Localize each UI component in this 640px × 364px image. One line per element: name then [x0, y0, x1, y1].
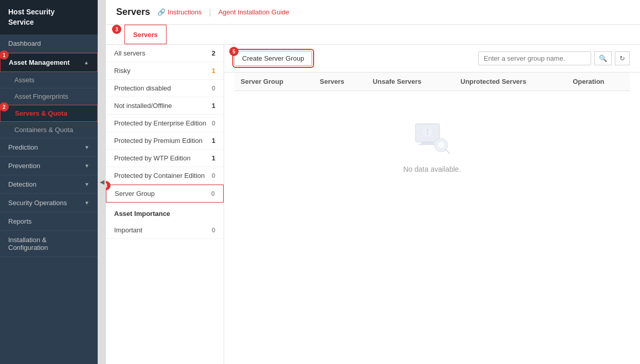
- svg-line-8: [445, 150, 449, 154]
- sidebar-item-installation[interactable]: Installation & Configuration: [0, 231, 98, 257]
- stats-value: 0: [212, 172, 215, 179]
- stats-label: Protected by WTP Edition: [114, 154, 191, 162]
- sidebar-item-asset-fingerprints[interactable]: Asset Fingerprints: [0, 88, 98, 105]
- tab-label: Servers: [133, 31, 158, 39]
- annotation-2: 2: [0, 102, 9, 112]
- svg-point-5: [427, 133, 428, 135]
- sidebar-item-reports[interactable]: Reports: [0, 212, 98, 231]
- col-servers: Servers: [314, 72, 367, 91]
- agent-installation-link[interactable]: Agent Installation Guide: [218, 8, 289, 16]
- page-header: Servers 🔗 Instructions | Agent Installat…: [106, 0, 640, 25]
- stats-row-protected-premium[interactable]: Protected by Premium Edition 1: [106, 132, 224, 150]
- server-group-table: Server Group Servers Unsafe Servers Unpr…: [234, 72, 630, 204]
- stats-panel: All servers 2 Risky 1 Protection disable…: [106, 45, 224, 364]
- page-title: Servers: [116, 7, 150, 17]
- instructions-label[interactable]: Instructions: [168, 8, 202, 16]
- annotation-1: 1: [0, 50, 9, 60]
- stats-row-server-group[interactable]: 4 Server Group 0: [106, 185, 224, 203]
- stats-label: Important: [114, 226, 142, 234]
- tab-servers[interactable]: Servers: [124, 25, 167, 44]
- stats-value: 2: [212, 49, 215, 57]
- stats-label: All servers: [114, 49, 145, 57]
- col-server-group: Server Group: [234, 72, 314, 91]
- chevron-down-icon: ▼: [84, 200, 89, 206]
- empty-state-icon: [412, 122, 453, 158]
- content-toolbar: 5 Create Server Group 🔍 ↻: [224, 45, 640, 72]
- chevron-down-icon: ▲: [84, 60, 89, 65]
- sidebar-sub-label: Assets: [14, 76, 34, 84]
- stats-row-not-installed[interactable]: Not installed/Offline 1: [106, 97, 224, 115]
- stats-label: Protected by Enterprise Edition: [114, 119, 206, 127]
- search-button[interactable]: 🔍: [594, 51, 612, 65]
- svg-point-7: [437, 141, 445, 149]
- sidebar-collapse-handle[interactable]: ◀: [98, 0, 106, 364]
- stats-row-important[interactable]: Important 0: [106, 222, 224, 239]
- stats-value: 1: [212, 137, 215, 144]
- stats-value: 0: [211, 190, 215, 197]
- link-icon: 🔗: [157, 8, 166, 16]
- annotation-5: 5: [229, 47, 239, 56]
- col-unsafe-servers: Unsafe Servers: [367, 72, 454, 91]
- sidebar-item-label: Prevention: [8, 162, 40, 170]
- stats-value: 1: [212, 102, 215, 110]
- sidebar-item-detection[interactable]: Detection ▼: [0, 175, 98, 194]
- main-content: Servers 🔗 Instructions | Agent Installat…: [106, 0, 640, 364]
- sidebar-item-assets[interactable]: Assets: [0, 72, 98, 88]
- sidebar-logo: Host Security Service: [0, 0, 98, 34]
- col-unprotected-servers: Unprotected Servers: [454, 72, 566, 91]
- chevron-down-icon: ▼: [84, 163, 89, 169]
- stats-value: 0: [212, 119, 215, 127]
- sidebar-item-label: Detection: [8, 180, 36, 188]
- stats-row-protected-wtp[interactable]: Protected by WTP Edition 1: [106, 150, 224, 167]
- stats-label: Protected by Premium Edition: [114, 137, 203, 144]
- sidebar-sub-label: Containers & Quota: [14, 126, 73, 134]
- sidebar-item-label: Dashboard: [8, 40, 41, 47]
- stats-value: 0: [212, 226, 215, 234]
- stats-label: Protected by Container Edition: [114, 172, 205, 179]
- stats-row-protected-container[interactable]: Protected by Container Edition 0: [106, 167, 224, 185]
- tabs-bar: 3 Servers: [106, 25, 640, 45]
- stats-label: Server Group: [115, 190, 155, 197]
- refresh-button[interactable]: ↻: [615, 51, 630, 65]
- stats-row-risky[interactable]: Risky 1: [106, 62, 224, 80]
- chevron-down-icon: ▼: [84, 181, 89, 187]
- table-container: Server Group Servers Unsafe Servers Unpr…: [224, 72, 640, 364]
- sidebar-item-label: Asset Management: [9, 59, 69, 66]
- svg-rect-2: [418, 144, 436, 145]
- search-input[interactable]: [478, 51, 591, 65]
- create-server-group-button[interactable]: Create Server Group: [234, 51, 312, 66]
- sidebar-item-containers-quota[interactable]: Containers & Quota: [0, 122, 98, 138]
- sidebar-item-prevention[interactable]: Prevention ▼: [0, 157, 98, 175]
- sidebar-item-label: Security Operations: [8, 199, 67, 207]
- stats-row-protected-enterprise[interactable]: Protected by Enterprise Edition 0: [106, 115, 224, 132]
- stats-label: Protection disabled: [114, 84, 171, 92]
- sidebar-item-label: Installation & Configuration: [8, 236, 48, 251]
- sidebar-item-label: Prediction: [8, 143, 38, 151]
- content-area: 5 Create Server Group 🔍 ↻ Server Group S…: [224, 45, 640, 364]
- sidebar-item-prediction[interactable]: Prediction ▼: [0, 138, 98, 157]
- stats-row-all-servers[interactable]: All servers 2: [106, 45, 224, 62]
- header-separator: |: [209, 8, 211, 17]
- sidebar-item-servers-quota[interactable]: 2 Servers & Quota: [0, 105, 98, 122]
- sidebar-item-label: Reports: [8, 217, 32, 225]
- stats-row-protection-disabled[interactable]: Protection disabled 0: [106, 80, 224, 97]
- sidebar-item-asset-management[interactable]: 1 Asset Management ▲: [0, 53, 98, 72]
- instructions-link[interactable]: 🔗 Instructions: [157, 8, 202, 16]
- empty-state: No data available.: [234, 91, 630, 204]
- svg-rect-4: [427, 129, 428, 132]
- annotation-3: 3: [112, 25, 121, 34]
- chevron-down-icon: ▼: [84, 144, 89, 150]
- stats-label: Not installed/Offline: [114, 102, 172, 110]
- sidebar: Host Security Service Dashboard 1 Asset …: [0, 0, 98, 364]
- stats-value: 1: [212, 154, 215, 162]
- search-box: 🔍 ↻: [478, 51, 630, 65]
- sidebar-sub-label: Servers & Quota: [15, 110, 67, 117]
- stats-label: Risky: [114, 67, 131, 75]
- sidebar-item-security-operations[interactable]: Security Operations ▼: [0, 194, 98, 212]
- main-body: All servers 2 Risky 1 Protection disable…: [106, 45, 640, 364]
- stats-value: 1: [212, 67, 215, 75]
- sidebar-item-dashboard[interactable]: Dashboard: [0, 34, 98, 53]
- empty-state-text: No data available.: [403, 165, 461, 173]
- col-operation: Operation: [566, 72, 630, 91]
- sidebar-sub-label: Asset Fingerprints: [14, 93, 68, 100]
